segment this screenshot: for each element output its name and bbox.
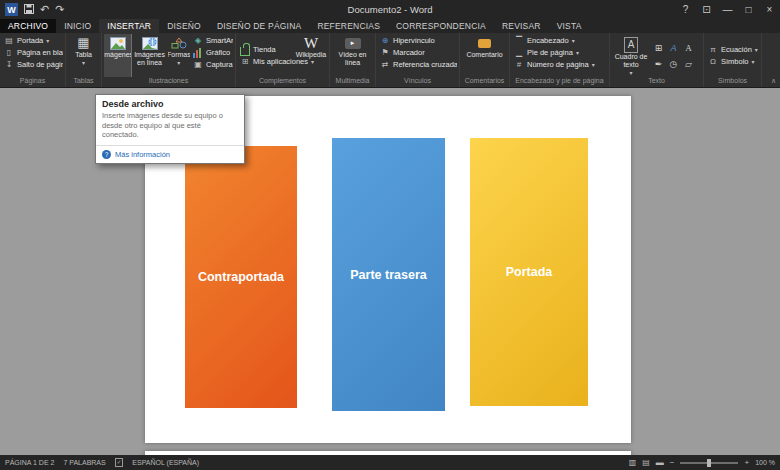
group-tablas: ▦ Tabla ▾ Tablas (66, 33, 102, 87)
imagenes-tooltip: Desde archivo Inserte imágenes desde su … (95, 94, 245, 164)
undo-button[interactable]: ↶ (40, 4, 49, 15)
tab-archivo[interactable]: ARCHIVO (0, 19, 56, 33)
tab-correspondencia[interactable]: CORRESPONDENCIA (388, 19, 494, 33)
object-icon: ▱ (685, 59, 692, 69)
drop-cap-button[interactable]: A (681, 40, 696, 56)
chart-button[interactable]: Gráfico (191, 46, 233, 58)
quick-parts-button[interactable]: ⊞ (651, 40, 666, 56)
group-label-complementos: Complementos (238, 77, 327, 87)
cross-reference-button[interactable]: ⇄ Referencia cruzada (378, 58, 457, 70)
close-button[interactable]: × (759, 0, 780, 19)
tab-inicio[interactable]: INICIO (56, 19, 99, 33)
online-pictures-button[interactable]: Imágenes en línea (132, 34, 166, 77)
cover-page-button[interactable]: ▤ Portada ▾ (2, 34, 63, 46)
window-controls: ? ⊡ — □ × (675, 0, 780, 19)
online-pictures-icon (142, 35, 158, 51)
proofing-icon[interactable]: ✓ (115, 458, 124, 467)
symbol-icon: Ω (708, 57, 718, 66)
page-break-button[interactable]: ↧ Salto de página (2, 58, 63, 70)
symbol-label: Símbolo (721, 57, 749, 66)
screenshot-icon: ▣ (193, 60, 203, 69)
shape-portada[interactable]: Portada (470, 138, 588, 406)
collapse-ribbon-button[interactable]: ∧ (771, 77, 776, 85)
hyperlink-button[interactable]: ⊕ Hipervínculo (378, 34, 457, 46)
header-icon: ▔ (514, 36, 524, 45)
object-button[interactable]: ▱ (681, 56, 696, 72)
zoom-level[interactable]: 100 % (755, 459, 775, 466)
web-layout-button[interactable]: ▬ (656, 458, 664, 467)
zoom-in-button[interactable]: + (744, 458, 749, 467)
chevron-down-icon: ▾ (82, 59, 85, 67)
maximize-button[interactable]: □ (738, 0, 759, 19)
group-encabezado-pie: ▔ Encabezado ▾ ▁ Pie de página ▾ # Númer… (510, 33, 610, 87)
shape-parte-trasera[interactable]: Parte trasera (332, 138, 445, 411)
save-button[interactable] (24, 4, 34, 16)
ribbon-display-options-button[interactable]: ⊡ (696, 0, 717, 19)
pictures-icon (110, 35, 126, 51)
zoom-slider[interactable] (680, 462, 738, 464)
signature-line-button[interactable]: ✒ (651, 56, 666, 72)
group-label-vinculos: Vínculos (378, 77, 457, 87)
date-time-icon: ◷ (670, 59, 678, 69)
tab-revisar[interactable]: REVISAR (494, 19, 549, 33)
smartart-icon: ◈ (193, 36, 203, 45)
tab-diseno-de-pagina[interactable]: DISEÑO DE PÁGINA (209, 19, 309, 33)
page-indicator[interactable]: PÁGINA 1 DE 2 (5, 459, 54, 466)
document-page-2[interactable] (145, 451, 631, 455)
zoom-slider-thumb[interactable] (707, 459, 711, 467)
shapes-button[interactable]: Formas ▾ (168, 34, 190, 77)
quick-access-toolbar: W ↶ ↷ (0, 3, 64, 16)
page-number-button[interactable]: # Número de página ▾ (512, 58, 597, 70)
header-label: Encabezado (527, 36, 569, 45)
window-title: Documento2 - Word (0, 4, 780, 15)
equation-button[interactable]: π Ecuación ▾ (706, 44, 759, 56)
screenshot-button[interactable]: ▣ Captura ▾ (191, 58, 233, 70)
store-button[interactable]: Tienda (238, 44, 294, 56)
tab-referencias[interactable]: REFERENCIAS (309, 19, 388, 33)
tooltip-more-info-link[interactable]: ? Más información (96, 146, 244, 163)
my-apps-icon: ⊞ (240, 57, 250, 66)
minimize-button[interactable]: — (717, 0, 738, 19)
language-indicator[interactable]: ESPAÑOL (ESPAÑA) (132, 459, 199, 466)
group-complementos: Tienda ⊞ Mis aplicaciones ▾ W Wikipedia … (236, 33, 330, 87)
read-mode-button[interactable]: ▥ (629, 458, 637, 467)
page-break-icon: ↧ (4, 60, 14, 69)
help-button[interactable]: ? (675, 0, 696, 19)
header-button[interactable]: ▔ Encabezado ▾ (512, 34, 597, 46)
online-video-button[interactable]: ▸ Vídeo en línea (332, 34, 373, 77)
title-bar: W ↶ ↷ Documento2 - Word ? ⊡ — □ × (0, 0, 780, 19)
group-label-simbolos: Símbolos (706, 77, 759, 87)
my-apps-button[interactable]: ⊞ Mis aplicaciones ▾ (238, 56, 294, 68)
wikipedia-button[interactable]: W Wikipedia (295, 34, 327, 77)
footer-button[interactable]: ▁ Pie de página ▾ (512, 46, 597, 58)
redo-button[interactable]: ↷ (55, 4, 64, 15)
wordart-icon: A (670, 43, 676, 53)
tab-diseno[interactable]: DISEÑO (159, 19, 209, 33)
cover-page-label: Portada (17, 36, 43, 45)
page-break-label: Salto de página (17, 60, 63, 69)
date-time-button[interactable]: ◷ (666, 56, 681, 72)
table-label: Tabla (75, 51, 92, 59)
blank-page-button[interactable]: ▯ Página en blanco (2, 46, 63, 58)
chevron-down-icon: ▾ (629, 69, 632, 77)
smartart-button[interactable]: ◈ SmartArt (191, 34, 233, 46)
tooltip-title: Desde archivo (96, 95, 244, 111)
status-bar: PÁGINA 1 DE 2 7 PALABRAS ✓ ESPAÑOL (ESPA… (0, 455, 780, 470)
zoom-out-button[interactable]: − (670, 458, 675, 467)
bookmark-button[interactable]: ⚑ Marcador (378, 46, 457, 58)
comment-button[interactable]: Comentario (462, 34, 507, 77)
group-label-ilustraciones: Ilustraciones (104, 77, 233, 87)
table-button[interactable]: ▦ Tabla ▾ (68, 34, 99, 77)
print-layout-button[interactable]: ▤ (642, 458, 650, 467)
tab-vista[interactable]: VISTA (549, 19, 590, 33)
footer-icon: ▁ (514, 48, 524, 57)
pictures-button[interactable]: Imágenes (104, 34, 131, 77)
word-count[interactable]: 7 PALABRAS (63, 459, 105, 466)
tab-insertar[interactable]: INSERTAR (99, 19, 159, 33)
text-box-button[interactable]: A Cuadro de texto ▾ (612, 34, 650, 77)
symbol-button[interactable]: Ω Símbolo ▾ (706, 56, 759, 68)
wordart-button[interactable]: A (666, 40, 681, 56)
online-video-label: Vídeo en línea (333, 51, 372, 67)
shape-contraportada[interactable]: Contraportada (185, 146, 297, 408)
group-ilustraciones: Imágenes Imágenes en línea Formas ▾ (102, 33, 236, 87)
